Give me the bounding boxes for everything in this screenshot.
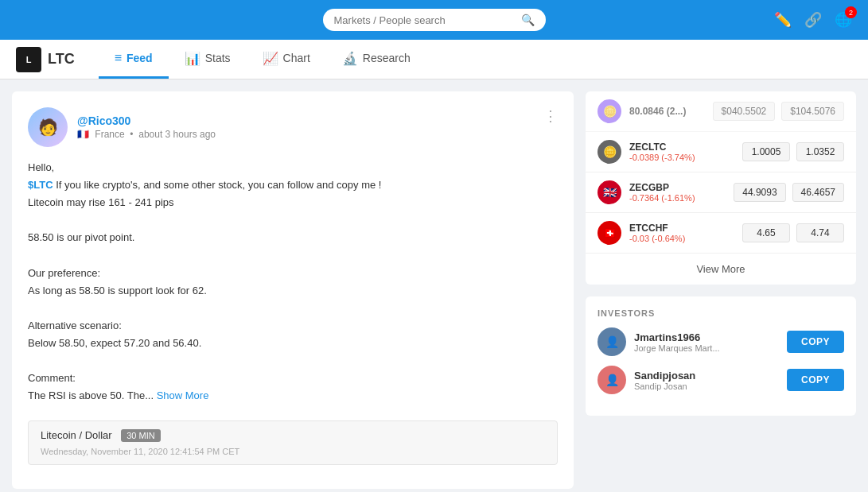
tab-research-label: Research	[363, 52, 411, 64]
investor-row-1: 👤 Jmartins1966 Jorge Marques Mart... COP…	[597, 327, 844, 356]
copy-button-1[interactable]: COPY	[787, 331, 844, 353]
market-zecgbp-info: ZECGBP -0.7364 (-1.61%)	[629, 182, 734, 203]
investor-avatar-2: 👤	[597, 366, 626, 394]
investor-name-2: Sandipjosan	[634, 370, 779, 382]
market-etcchf-info: ETCCHF -0.03 (-0.64%)	[629, 223, 742, 243]
price-top-bid: $040.5502	[713, 102, 776, 121]
investor-info-1: Jmartins1966 Jorge Marques Mart...	[634, 331, 779, 353]
price-zecgbp-bid: 44.9093	[734, 183, 785, 202]
investor-fullname-1: Jorge Marques Mart...	[634, 343, 779, 353]
post-line14-prefix: The RSI is above 50. The	[28, 389, 145, 401]
tab-feed-label: Feed	[127, 52, 153, 64]
show-more-link[interactable]: Show More	[157, 389, 209, 401]
market-top-info: 80.0846 (2...)	[629, 106, 713, 117]
market-zecgbp-change: -0.7364 (-1.61%)	[629, 193, 734, 203]
chart-pair-label: Litecoin / Dollar 30 MIN	[41, 429, 545, 442]
copy-button-2[interactable]: COPY	[787, 369, 844, 391]
market-zecltc-change: -0.0389 (-3.74%)	[629, 153, 742, 162]
post-line2-rest: If you like crypto's, and some other sto…	[53, 179, 382, 191]
post-line8: As long as 58.50 is support look for 62.	[28, 282, 558, 300]
market-row-etcchf: 🇨🇭 ETCCHF -0.03 (-0.64%) 4.65 4.74	[586, 213, 856, 254]
post-time: about 3 hours ago	[138, 129, 216, 140]
market-top-row: 🪙 80.0846 (2...) $040.5502 $104.5076	[586, 91, 856, 132]
user-info: @Rico300 🇫🇷 France • about 3 hours ago	[77, 114, 216, 140]
market-row-zecgbp: 🇬🇧 ZECGBP -0.7364 (-1.61%) 44.9093 46.46…	[586, 172, 856, 213]
nav-tabs: ≡ Feed 📊 Stats 📈 Chart 🔬 Research	[99, 40, 426, 79]
chart-pair: Litecoin / Dollar	[41, 429, 112, 441]
main-content: 🧑 @Rico300 🇫🇷 France • about 3 hours ago…	[0, 79, 868, 492]
market-zecgbp-name: ZECGBP	[629, 182, 734, 193]
post-line13: Comment:	[28, 370, 558, 387]
avatar: 🧑	[28, 107, 68, 147]
investor-info-2: Sandipjosan Sandip Josan	[634, 370, 779, 391]
username[interactable]: @Rico300	[77, 114, 216, 127]
post-line14: The RSI is above 50. The... Show More	[28, 387, 558, 405]
brand-logo: L	[16, 47, 41, 72]
investors-card: INVESTORS 👤 Jmartins1966 Jorge Marques M…	[586, 296, 856, 416]
post-line7: Our preference:	[28, 265, 558, 282]
investor-fullname-2: Sandip Josan	[634, 382, 779, 391]
timeframe-badge: 30 MIN	[121, 429, 160, 442]
brand-name: LTC	[48, 51, 75, 68]
market-etcchf-name: ETCCHF	[629, 223, 742, 234]
market-zecltc-icon: 🪙	[597, 140, 621, 164]
share-icon[interactable]: 🔗	[804, 11, 822, 29]
market-zecltc-name: ZECLTC	[629, 141, 742, 153]
tab-stats[interactable]: 📊 Stats	[169, 40, 247, 79]
ticker-ltc[interactable]: $LTC	[28, 179, 53, 191]
market-etcchf-prices: 4.65 4.74	[742, 223, 844, 242]
chart-icon: 📈	[263, 51, 278, 66]
header-right-icons: ✏️ 🔗 🌐 2	[774, 11, 852, 29]
post-timestamp: Wednesday, November 11, 2020 12:41:54 PM…	[41, 447, 545, 456]
investor-row-2: 👤 Sandipjosan Sandip Josan COPY	[597, 366, 844, 394]
user-country: France	[95, 129, 124, 140]
price-top-ask: $104.5076	[781, 102, 844, 121]
post-line11: Below 58.50, expect 57.20 and 56.40.	[28, 335, 558, 352]
market-zecgbp-icon: 🇬🇧	[597, 180, 621, 204]
right-panel: 🪙 80.0846 (2...) $040.5502 $104.5076 🪙 Z…	[586, 91, 856, 489]
post-line2: $LTC If you like crypto's, and some othe…	[28, 176, 558, 194]
post-menu[interactable]: ⋮	[543, 107, 558, 125]
post-header: 🧑 @Rico300 🇫🇷 France • about 3 hours ago…	[28, 107, 558, 147]
tab-feed[interactable]: ≡ Feed	[99, 40, 169, 79]
search-input[interactable]	[334, 14, 516, 26]
top-header: 🔍 ✏️ 🔗 🌐 2	[0, 0, 868, 40]
tab-research[interactable]: 🔬 Research	[326, 40, 426, 79]
search-icon: 🔍	[521, 14, 535, 26]
market-top-value: 80.0846 (2...)	[629, 106, 713, 117]
post-footer: Litecoin / Dollar 30 MIN Wednesday, Nove…	[28, 420, 558, 465]
tab-chart[interactable]: 📈 Chart	[247, 40, 326, 79]
post-line5: 58.50 is our pivot point.	[28, 229, 558, 246]
search-bar[interactable]: 🔍	[323, 9, 546, 31]
investor-name-1: Jmartins1966	[634, 331, 779, 343]
market-zecgbp-prices: 44.9093 46.4657	[734, 183, 844, 202]
market-row-zecltc: 🪙 ZECLTC -0.0389 (-3.74%) 1.0005 1.0352	[586, 132, 856, 172]
notification-badge: 2	[845, 6, 857, 18]
notification-icon[interactable]: 🌐 2	[835, 11, 852, 29]
price-etcchf-ask: 4.74	[796, 223, 844, 242]
market-top-icon: 🪙	[597, 99, 621, 123]
post-content: Hello, $LTC If you like crypto's, and so…	[28, 159, 558, 405]
market-etcchf-icon: 🇨🇭	[597, 221, 621, 245]
market-zecltc-prices: 1.0005 1.0352	[742, 142, 844, 161]
tab-stats-label: Stats	[205, 52, 231, 64]
tab-chart-label: Chart	[283, 52, 310, 64]
post-line3: Litecoin may rise 161 - 241 pips	[28, 194, 558, 211]
market-top-prices: $040.5502 $104.5076	[713, 102, 844, 121]
market-zecltc-info: ZECLTC -0.0389 (-3.74%)	[629, 141, 742, 162]
post-line1: Hello,	[28, 159, 558, 176]
price-zecgbp-ask: 46.4657	[792, 183, 844, 202]
price-zecltc-ask: 1.0352	[796, 142, 844, 161]
investors-title: INVESTORS	[597, 308, 844, 318]
user-meta: 🇫🇷 France • about 3 hours ago	[77, 129, 216, 140]
markets-card: 🪙 80.0846 (2...) $040.5502 $104.5076 🪙 Z…	[586, 91, 856, 285]
feed-icon: ≡	[115, 51, 122, 65]
post-user: 🧑 @Rico300 🇫🇷 France • about 3 hours ago	[28, 107, 216, 147]
feed-panel: 🧑 @Rico300 🇫🇷 France • about 3 hours ago…	[12, 91, 574, 489]
post-line10: Alternative scenario:	[28, 317, 558, 335]
price-zecltc-bid: 1.0005	[742, 142, 790, 161]
view-more-button[interactable]: View More	[586, 254, 856, 285]
compose-icon[interactable]: ✏️	[774, 11, 792, 29]
price-etcchf-bid: 4.65	[742, 223, 790, 242]
flag-icon: 🇫🇷	[77, 129, 89, 140]
